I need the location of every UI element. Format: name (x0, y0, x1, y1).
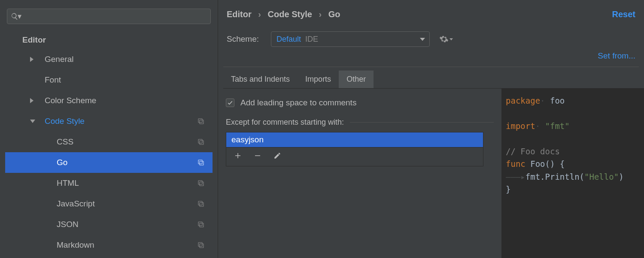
svg-rect-3 (198, 139, 202, 143)
code-token: import (506, 121, 535, 131)
tree-item-javascript[interactable]: JavaScript (5, 194, 213, 214)
list-toolbar (226, 147, 483, 166)
scheme-label: Scheme: (227, 34, 259, 44)
tree-root-editor[interactable]: Editor (5, 31, 213, 49)
svg-rect-1 (198, 119, 202, 123)
scheme-name: Default (276, 35, 301, 44)
tree-item-color-scheme[interactable]: Color Scheme (5, 90, 213, 111)
tree-item-label: JSON (57, 220, 79, 229)
code-token: } (506, 184, 510, 194)
tab-other[interactable]: Other (339, 71, 374, 88)
tree-item-label: Code Style (45, 117, 85, 126)
svg-rect-5 (198, 160, 202, 164)
tab-tabs-and-indents[interactable]: Tabs and Indents (223, 71, 298, 88)
reset-link[interactable]: Reset (612, 9, 635, 19)
breadcrumb-code-style[interactable]: Code Style (268, 9, 312, 19)
plus-icon (234, 152, 242, 160)
tab-bar: Tabs and Indents Imports Other (223, 71, 644, 89)
code-token: Foo() { (526, 159, 565, 169)
svg-rect-9 (198, 201, 202, 205)
breadcrumb-sep: › (258, 9, 261, 19)
scheme-kind: IDE (305, 35, 318, 44)
pencil-icon (273, 152, 281, 160)
edit-button[interactable] (273, 152, 281, 162)
gear-icon (439, 34, 449, 44)
code-token: fmt.Println( (526, 172, 584, 181)
remove-button[interactable] (254, 152, 261, 162)
minus-icon (254, 152, 261, 160)
code-token: "Hello" (584, 172, 619, 181)
search-input[interactable]: ▾ (7, 9, 211, 24)
settings-pane: Add leading space to comments Except for… (218, 89, 501, 258)
svg-rect-7 (198, 181, 202, 184)
copy-icon (197, 138, 205, 146)
copy-icon (197, 179, 205, 187)
code-token: ) (619, 172, 623, 181)
tree-item-label: CSS (57, 137, 73, 147)
tree-item-markdown[interactable]: Markdown (5, 235, 213, 255)
leading-space-checkbox[interactable] (226, 98, 234, 107)
copy-icon (197, 200, 205, 208)
copy-icon (197, 159, 205, 166)
tree-item-label: Markdown (57, 240, 94, 250)
scheme-gear-button[interactable] (439, 34, 453, 44)
leading-space-label: Add leading space to comments (240, 98, 356, 108)
svg-rect-12 (200, 244, 204, 248)
tree-item-label: Color Scheme (45, 96, 96, 105)
divider (223, 67, 639, 67)
scheme-dropdown[interactable]: Default IDE (271, 31, 430, 47)
svg-rect-6 (200, 182, 204, 186)
except-label: Except for comments starting with: (226, 118, 344, 127)
chevron-down-icon (420, 38, 425, 41)
svg-rect-13 (198, 243, 202, 246)
arrow-down-icon (30, 120, 35, 123)
breadcrumb-go: Go (328, 9, 340, 19)
breadcrumb: Editor › Code Style › Go (227, 9, 612, 19)
set-from-link[interactable]: Set from... (598, 51, 635, 60)
tree-item-css[interactable]: CSS (5, 132, 213, 152)
svg-rect-8 (200, 203, 204, 206)
code-token: // Foo docs (506, 147, 560, 156)
code-token: func (506, 159, 526, 169)
breadcrumb-editor[interactable]: Editor (227, 9, 252, 19)
tree-item-html[interactable]: HTML (5, 173, 213, 194)
code-token: "fmt" (540, 121, 570, 131)
svg-rect-2 (200, 141, 204, 144)
exceptions-list: easyjson (226, 132, 483, 166)
chevron-down-icon (450, 38, 453, 40)
exception-entry[interactable]: easyjson (226, 132, 483, 147)
main-panel: Editor › Code Style › Go Reset Scheme: D… (218, 0, 644, 258)
breadcrumb-sep: › (319, 9, 322, 19)
svg-rect-0 (200, 120, 204, 124)
tree-item-code-style[interactable]: Code Style (5, 111, 213, 132)
tree-item-label: General (45, 55, 74, 64)
tree-item-font[interactable]: Font (5, 70, 213, 90)
arrow-right-icon (30, 98, 33, 103)
tree-item-general[interactable]: General (5, 49, 213, 70)
divider (350, 122, 494, 123)
settings-sidebar: ▾ Editor General Font Color Scheme Code … (0, 0, 218, 258)
tree-item-label: JavaScript (57, 199, 95, 209)
copy-icon (197, 241, 205, 249)
tree-item-label: Go (57, 158, 67, 167)
tab-imports[interactable]: Imports (298, 71, 339, 88)
code-token: package (506, 96, 540, 105)
tree-item-label: Font (45, 75, 61, 85)
code-preview: package· foo import· "fmt" // Foo docs f… (501, 89, 644, 258)
code-token: ———▸ (506, 172, 526, 181)
svg-rect-11 (198, 222, 202, 226)
add-button[interactable] (234, 152, 242, 162)
svg-rect-4 (200, 161, 204, 165)
code-token: foo (545, 96, 565, 105)
copy-icon (197, 117, 205, 125)
arrow-right-icon (30, 57, 33, 62)
tree-item-label: HTML (57, 178, 79, 188)
copy-icon (197, 221, 205, 228)
tree-item-go[interactable]: Go (5, 152, 213, 173)
check-icon (227, 100, 233, 106)
tree-item-json[interactable]: JSON (5, 214, 213, 235)
svg-rect-10 (200, 223, 204, 227)
chevron-down-icon: ▾ (18, 12, 21, 21)
